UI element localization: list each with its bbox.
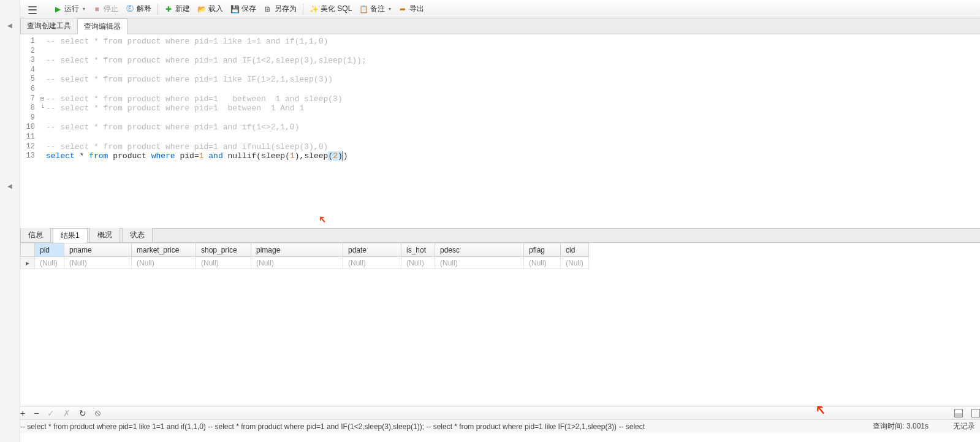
explain-label: 解释 — [137, 4, 151, 14]
grid-cell[interactable]: (Null) — [196, 257, 251, 269]
grid-cell[interactable]: (Null) — [524, 257, 561, 269]
status-bar: -- select * from product where pid=1 lik… — [0, 419, 980, 433]
tab-status[interactable]: 状态 — [122, 227, 153, 242]
run-button[interactable]: ▶ 运行 ▾ — [50, 2, 89, 17]
folder-open-icon: 📂 — [197, 5, 206, 13]
tab-info[interactable]: 信息 — [20, 227, 51, 242]
left-rail — [0, 0, 20, 442]
load-button[interactable]: 📂 载入 — [194, 2, 227, 17]
commit-icon[interactable]: ✓ — [47, 408, 55, 418]
export-label: 导出 — [409, 4, 424, 14]
grid-cell[interactable]: (Null) — [64, 257, 132, 269]
result-grid[interactable]: pidpnamemarket_priceshop_pricepimagepdat… — [20, 243, 589, 269]
stop-fetch-icon[interactable]: ⦸ — [95, 408, 101, 418]
status-records: 无记录 — [953, 421, 975, 432]
editor-tabs: 查询创建工具 查询编辑器 — [0, 18, 980, 34]
refresh-icon[interactable]: ↻ — [79, 408, 86, 418]
grid-cell[interactable]: (Null) — [35, 257, 64, 269]
row-header-corner — [21, 243, 35, 257]
column-header[interactable]: is_hot — [401, 243, 435, 257]
play-icon: ▶ — [53, 5, 62, 13]
column-header[interactable]: pdesc — [435, 243, 524, 257]
pin-icon[interactable]: ◀ — [7, 22, 12, 29]
grid-toolbar: + − ✓ ✗ ↻ ⦸ — [0, 406, 980, 419]
run-label: 运行 — [64, 4, 79, 14]
save-icon: 💾 — [230, 5, 239, 13]
saveas-icon: 🗎 — [264, 5, 272, 13]
column-header[interactable]: pname — [64, 243, 132, 257]
column-header[interactable]: pflag — [524, 243, 561, 257]
grid-cell[interactable]: (Null) — [561, 257, 589, 269]
line-gutter: 12345678910111213 — [20, 37, 39, 161]
tab-profile[interactable]: 概况 — [89, 227, 120, 242]
stop-button[interactable]: ■ 停止 — [89, 2, 122, 17]
column-header[interactable]: market_price — [132, 243, 196, 257]
column-header[interactable]: pdate — [343, 243, 401, 257]
tab-result[interactable]: 结果1 — [53, 228, 88, 243]
new-button[interactable]: ✚ 新建 — [161, 2, 194, 17]
grid-cell[interactable]: (Null) — [435, 257, 524, 269]
load-label: 载入 — [208, 4, 223, 14]
cancel-icon[interactable]: ✗ — [63, 408, 70, 418]
pin-icon-2[interactable]: ◀ — [7, 183, 12, 189]
column-header[interactable]: pimage — [251, 243, 343, 257]
status-query-text: -- select * from product where pid=1 lik… — [20, 422, 873, 431]
delete-row-icon[interactable]: − — [34, 408, 39, 418]
result-grid-wrap: pidpnamemarket_priceshop_pricepimagepdat… — [0, 243, 980, 406]
export-icon: ➦ — [398, 5, 407, 13]
wand-icon: ✨ — [310, 5, 318, 13]
column-header[interactable]: cid — [561, 243, 589, 257]
menu-icon[interactable]: ☰ — [28, 4, 37, 17]
sql-editor[interactable]: 12345678910111213 ⊟└ -- select * from pr… — [0, 34, 980, 228]
annotation-arrow-icon: ➔ — [314, 211, 332, 228]
stop-label: 停止 — [104, 4, 118, 14]
column-header[interactable]: pid — [35, 243, 64, 257]
grid-cell[interactable]: (Null) — [251, 257, 343, 269]
form-view-icon[interactable] — [971, 409, 980, 417]
grid-cell[interactable]: (Null) — [132, 257, 196, 269]
new-label: 新建 — [175, 4, 190, 14]
grid-cell[interactable]: (Null) — [401, 257, 435, 269]
new-icon: ✚ — [164, 5, 173, 13]
chevron-down-icon: ▾ — [83, 6, 85, 12]
beautify-label: 美化 SQL — [321, 4, 352, 14]
code-area[interactable]: -- select * from product where pid=1 lik… — [46, 37, 367, 161]
export-button[interactable]: ➦ 导出 — [395, 2, 428, 17]
note-icon: 📋 — [359, 5, 368, 13]
explain-button[interactable]: Ⓔ 解释 — [122, 2, 155, 17]
add-row-icon[interactable]: + — [20, 408, 25, 418]
grid-view-icon[interactable] — [954, 409, 963, 417]
save-label: 保存 — [241, 4, 256, 14]
comment-label: 备注 — [370, 4, 385, 14]
row-indicator: ▸ — [21, 257, 35, 269]
main-toolbar: ☰ ▶ 运行 ▾ ■ 停止 Ⓔ 解释 ✚ 新建 📂 载入 💾 保存 🗎 另存为 … — [0, 0, 980, 18]
stop-icon: ■ — [93, 5, 101, 13]
chevron-down-icon: ▾ — [389, 6, 391, 12]
saveas-label: 另存为 — [275, 4, 297, 14]
column-header[interactable]: shop_price — [196, 243, 251, 257]
status-query-time: 查询时间: 3.001s — [873, 421, 929, 432]
tab-query-editor[interactable]: 查询编辑器 — [77, 18, 127, 34]
beautify-button[interactable]: ✨ 美化 SQL — [306, 2, 355, 17]
saveas-button[interactable]: 🗎 另存为 — [260, 2, 300, 17]
fold-column: ⊟└ — [39, 37, 46, 161]
comment-button[interactable]: 📋 备注 ▾ — [355, 2, 395, 17]
grid-cell[interactable]: (Null) — [343, 257, 401, 269]
explain-icon: Ⓔ — [126, 5, 134, 13]
save-button[interactable]: 💾 保存 — [227, 2, 260, 17]
tab-query-builder[interactable]: 查询创建工具 — [20, 18, 78, 34]
result-tabs: 信息 结果1 概况 状态 — [0, 228, 980, 243]
